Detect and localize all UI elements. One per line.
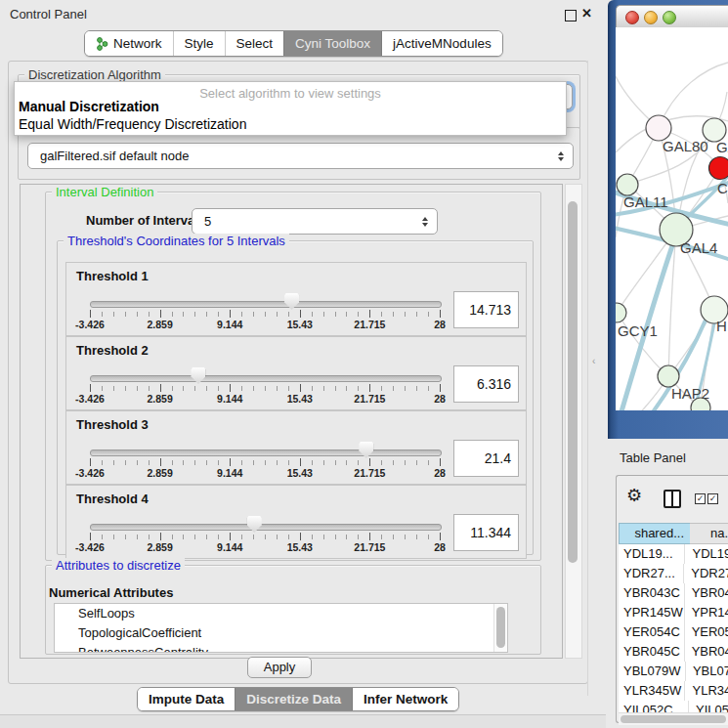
scrollbar-thumb[interactable] — [568, 201, 578, 563]
cell-shared-name: YER054C — [619, 622, 685, 642]
table-row[interactable]: YBL079WYBL07 — [619, 662, 728, 681]
threshold-value-field[interactable]: 11.344 — [453, 514, 519, 551]
table-row[interactable]: YER054CYER05 — [619, 622, 728, 642]
bottom-tab-bar: Impute DataDiscretize DataInfer Network — [137, 687, 459, 711]
mac-close-icon[interactable] — [625, 11, 639, 24]
slider-tick-label: -3.426 — [75, 467, 105, 479]
list-scrollbar[interactable] — [493, 604, 507, 652]
threshold-value-field[interactable]: 6.316 — [453, 365, 519, 403]
slider-major-tick — [90, 384, 91, 392]
svg-text:HAP2: HAP2 — [671, 385, 709, 402]
tab-discretize-data[interactable]: Discretize Data — [235, 688, 352, 710]
vertical-scrollbar[interactable] — [565, 184, 582, 659]
group-title-interval: Interval Definition — [52, 185, 157, 199]
popup-item-equal-width-frequency-discretization[interactable]: Equal Width/Frequency Discretization — [19, 116, 246, 132]
threshold-value-field[interactable]: 14.713 — [453, 291, 519, 328]
slider-tick-label: 21.715 — [354, 541, 385, 553]
gear-icon[interactable] — [626, 485, 642, 506]
slider-major-tick — [230, 458, 231, 466]
tab-style[interactable]: Style — [173, 31, 225, 56]
table-row[interactable]: YBR043CYBR04 — [619, 583, 728, 603]
threshold-label: Threshold 1 — [76, 269, 149, 283]
slider-tick-label: 15.43 — [287, 541, 313, 553]
tab-label: jActiveMNodules — [393, 36, 492, 51]
slider-major-tick — [160, 533, 161, 540]
list-item[interactable]: TopologicalCoefficient — [55, 623, 507, 643]
slider-track[interactable] — [90, 524, 442, 531]
combo-stepper-icon — [554, 151, 568, 161]
group-title-discretization: Discretization Algorithm — [24, 67, 165, 82]
threshold-panel-3: Threshold 3-3.4262.8599.14415.4321.71528… — [65, 410, 527, 485]
table-row[interactable]: YBR045CYBR04 — [619, 642, 728, 662]
checkbox-icon[interactable] — [695, 493, 706, 504]
apply-button[interactable]: Apply — [247, 657, 312, 678]
network-canvas[interactable]: GAL80 GA C GAL11 GAL4 GCY1 H HAP2 — [616, 27, 728, 410]
number-of-intervals-combo[interactable]: 5 — [192, 208, 438, 235]
checkbox-icon[interactable] — [707, 493, 718, 504]
slider-tick-label: 28 — [434, 393, 446, 405]
cell-name: YBL07 — [686, 662, 728, 681]
network-window-titlebar[interactable] — [616, 5, 728, 29]
slider-major-tick — [90, 533, 91, 540]
slider-tick-label: 21.715 — [354, 319, 385, 330]
slider-tick-label: 9.144 — [217, 467, 242, 479]
svg-text:GAL4: GAL4 — [680, 239, 717, 256]
column-header-name[interactable]: na... — [690, 523, 728, 544]
threshold-label: Threshold 2 — [76, 343, 149, 358]
slider-track[interactable] — [90, 375, 442, 382]
table-data-combo[interactable]: galFiltered.sif default node — [27, 143, 574, 169]
slider-minor-ticks — [90, 386, 441, 391]
table-row[interactable]: YPR145WYPR14 — [619, 603, 728, 622]
svg-text:GA: GA — [716, 139, 728, 155]
node-gcy1[interactable] — [616, 303, 626, 322]
node-gal11[interactable] — [617, 174, 638, 195]
scrollbar-thumb[interactable] — [496, 607, 505, 648]
splitter-collapse-icon[interactable]: ‹ — [592, 356, 595, 366]
table-row[interactable]: YLR345WYLR34 — [619, 681, 728, 701]
node-table[interactable]: YDL19...YDL19YDR27...YDR27YBR043CYBR04YP… — [619, 544, 728, 712]
panel-divider — [587, 61, 588, 696]
slider-tick-label: 2.859 — [147, 319, 172, 330]
tab-network[interactable]: Network — [85, 31, 173, 56]
list-item[interactable]: SelfLoops — [55, 604, 507, 623]
slider-track[interactable] — [90, 301, 442, 308]
slider-major-tick — [300, 533, 301, 540]
slider-tick-label: 21.715 — [354, 393, 385, 405]
mac-zoom-icon[interactable] — [663, 11, 676, 24]
horizontal-scrollbar[interactable] — [619, 712, 728, 725]
node-hap2[interactable] — [658, 365, 679, 387]
scrollbar-thumb[interactable] — [621, 715, 726, 723]
popup-item-manual-discretization[interactable]: Manual Discretization — [19, 99, 159, 114]
network-graph: GAL80 GA C GAL11 GAL4 GCY1 H HAP2 — [616, 27, 728, 410]
cell-name: YBR04 — [685, 583, 728, 603]
slider-track[interactable] — [90, 450, 442, 456]
group-title-thresholds: Threshold's Coordinates for 5 Intervals — [64, 234, 289, 248]
tab-jactivemnodules[interactable]: jActiveMNodules — [381, 31, 502, 56]
mac-minimize-icon[interactable] — [644, 11, 658, 24]
slider-tick-label: -3.426 — [75, 393, 105, 405]
slider-tick-label: 21.715 — [354, 467, 385, 479]
table-row[interactable]: YDL19...YDL19 — [619, 544, 728, 564]
numerical-attributes-list[interactable]: SelfLoopsTopologicalCoefficientBetweenne… — [54, 603, 508, 653]
slider-tick-label: 28 — [434, 541, 446, 553]
threshold-value-field[interactable]: 21.4 — [453, 440, 519, 477]
list-item[interactable]: BetweennessCentrality — [55, 643, 507, 653]
table-row[interactable]: YIL052CYIL05 — [619, 701, 728, 712]
tab-infer-network[interactable]: Infer Network — [352, 688, 458, 710]
control-panel-title: Control Panel — [10, 7, 87, 21]
tab-cyni-toolbox[interactable]: Cyni Toolbox — [283, 31, 381, 56]
slider-tick-label: 28 — [434, 467, 446, 479]
combo-stepper-icon — [418, 217, 432, 227]
table-row[interactable]: YDR27...YDR27 — [619, 564, 728, 583]
column-header-shared-name[interactable]: shared... — [619, 523, 691, 544]
float-window-icon[interactable] — [565, 10, 577, 21]
tab-label: Network — [113, 36, 162, 51]
cell-shared-name: YIL052C — [619, 701, 689, 712]
tab-select[interactable]: Select — [225, 31, 284, 56]
columns-icon[interactable] — [664, 490, 681, 508]
threshold-label: Threshold 4 — [76, 492, 149, 506]
node-red-selected[interactable] — [709, 157, 728, 180]
close-icon[interactable]: ✕ — [581, 6, 592, 21]
tab-impute-data[interactable]: Impute Data — [138, 688, 235, 710]
cell-shared-name: YBR045C — [619, 642, 685, 662]
